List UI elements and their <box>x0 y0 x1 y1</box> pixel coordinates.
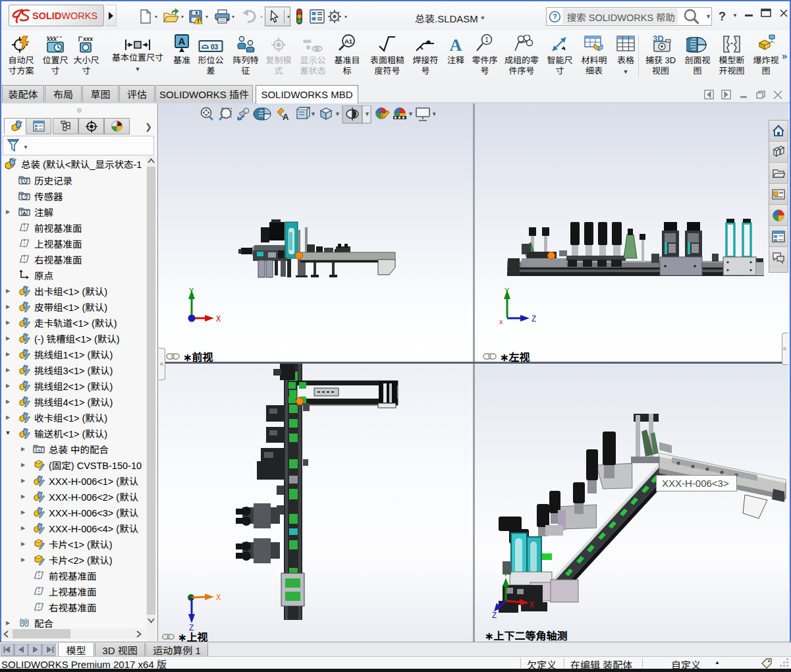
svg-text:Z: Z <box>532 315 536 324</box>
svg-text:X: X <box>499 320 503 325</box>
svg-text:Z: Z <box>492 611 497 619</box>
svg-text:A: A <box>450 36 462 53</box>
svg-text:▼: ▼ <box>431 111 435 117</box>
svg-text:A: A <box>178 36 186 47</box>
svg-text:A: A <box>283 112 289 122</box>
svg-text:1: 1 <box>485 36 489 43</box>
svg-text:?: ? <box>553 13 557 20</box>
svg-text:▼: ▼ <box>310 111 316 117</box>
svg-text:A1: A1 <box>344 38 353 45</box>
svg-text:SOLIDWORKS: SOLIDWORKS <box>32 11 97 21</box>
svg-text:X: X <box>216 315 221 324</box>
svg-text:▼: ▼ <box>408 111 414 117</box>
svg-text:Y: Y <box>503 570 508 579</box>
svg-text:▼: ▼ <box>364 111 370 117</box>
svg-text:X: X <box>216 594 221 603</box>
svg-text:▼: ▼ <box>335 111 341 117</box>
svg-text:03: 03 <box>211 43 219 51</box>
svg-text:X: X <box>530 601 534 610</box>
svg-text:xxx: xxx <box>83 36 93 42</box>
